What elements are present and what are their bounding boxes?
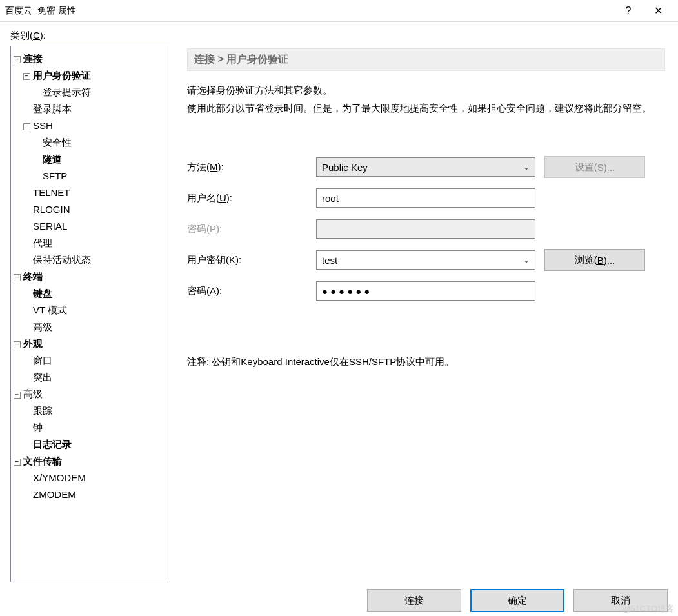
tree-appearance[interactable]: −外观 — [14, 335, 167, 352]
ok-button[interactable]: 确定 — [470, 589, 564, 612]
tree-file-transfer[interactable]: −文件传输 — [14, 453, 167, 470]
settings-pane: 连接 > 用户身份验证 请选择身份验证方法和其它参数。 使用此部分以节省登录时间… — [170, 46, 668, 582]
window-title: 百度云_免密 属性 — [5, 5, 613, 17]
browse-button[interactable]: 浏览(B)... — [544, 249, 645, 271]
method-combo[interactable]: Public Key ⌄ — [316, 157, 535, 177]
close-button[interactable]: ✕ — [643, 1, 673, 21]
tree-user-auth[interactable]: −用户身份验证 — [14, 67, 167, 84]
chevron-down-icon: ⌄ — [523, 255, 530, 264]
passphrase-label: 密码(A): — [187, 285, 316, 297]
help-button[interactable]: ? — [613, 1, 643, 21]
tree-advanced-term[interactable]: 高级 — [14, 319, 167, 335]
toggle-icon[interactable]: − — [23, 73, 30, 80]
tree-login-prompt[interactable]: 登录提示符 — [14, 84, 167, 101]
toggle-icon[interactable]: − — [14, 341, 21, 348]
passphrase-input[interactable] — [316, 281, 535, 301]
password-label: 密码(P): — [187, 223, 316, 235]
toggle-icon[interactable]: − — [14, 274, 21, 281]
tree-trace[interactable]: 跟踪 — [14, 402, 167, 419]
toggle-icon[interactable]: − — [14, 392, 21, 399]
tree-vt-mode[interactable]: VT 模式 — [14, 302, 167, 319]
dialog-footer: 连接 确定 取消 — [10, 582, 668, 612]
close-icon: ✕ — [654, 5, 663, 17]
toggle-icon[interactable]: − — [14, 459, 21, 466]
description: 请选择身份验证方法和其它参数。 使用此部分以节省登录时间。但是，为了最大限度地提… — [187, 81, 665, 117]
connect-button[interactable]: 连接 — [367, 589, 461, 612]
tree-xymodem[interactable]: X/YMODEM — [14, 470, 167, 486]
tree-ssh[interactable]: −SSH — [14, 117, 167, 134]
tree-bell[interactable]: 钟 — [14, 419, 167, 436]
tree-logging[interactable]: 日志记录 — [14, 436, 167, 453]
userkey-combo[interactable]: test ⌄ — [316, 250, 535, 270]
tree-login-script[interactable]: 登录脚本 — [14, 101, 167, 117]
tree-rlogin[interactable]: RLOGIN — [14, 201, 167, 218]
tree-keep-alive[interactable]: 保持活动状态 — [14, 252, 167, 268]
settings-button: 设置(S)... — [544, 156, 645, 178]
titlebar: 百度云_免密 属性 ? ✕ — [0, 0, 678, 22]
userkey-label: 用户密钥(K): — [187, 254, 316, 266]
tree-connection[interactable]: −连接 — [14, 50, 167, 67]
toggle-icon[interactable]: − — [14, 56, 21, 63]
help-icon: ? — [626, 5, 632, 17]
tree-terminal[interactable]: −终端 — [14, 268, 167, 285]
tree-sftp[interactable]: SFTP — [14, 168, 167, 184]
tree-zmodem[interactable]: ZMODEM — [14, 486, 167, 503]
tree-blink[interactable]: 突出 — [14, 369, 167, 386]
tree-security[interactable]: 安全性 — [14, 134, 167, 151]
tree-keyboard[interactable]: 键盘 — [14, 285, 167, 302]
toggle-icon[interactable]: − — [23, 123, 30, 130]
tree-tunnel[interactable]: 隧道 — [14, 151, 167, 168]
watermark: @51CTO博客 — [622, 603, 674, 615]
note-text: 注释: 公钥和Keyboard Interactive仅在SSH/SFTP协议中… — [187, 356, 665, 368]
breadcrumb: 连接 > 用户身份验证 — [187, 48, 665, 71]
method-label: 方法(M): — [187, 161, 316, 174]
username-input[interactable] — [316, 188, 535, 208]
username-label: 用户名(U): — [187, 192, 316, 204]
category-label: 类别(C): — [10, 30, 668, 42]
password-input — [316, 219, 535, 239]
tree-serial[interactable]: SERIAL — [14, 218, 167, 235]
tree-advanced[interactable]: −高级 — [14, 386, 167, 402]
tree-window[interactable]: 窗口 — [14, 352, 167, 369]
category-tree[interactable]: −连接 −用户身份验证 登录提示符 登录脚本 −SSH 安全性 隧道 SFTP … — [10, 46, 170, 582]
chevron-down-icon: ⌄ — [523, 163, 530, 172]
tree-telnet[interactable]: TELNET — [14, 184, 167, 201]
tree-proxy[interactable]: 代理 — [14, 235, 167, 252]
